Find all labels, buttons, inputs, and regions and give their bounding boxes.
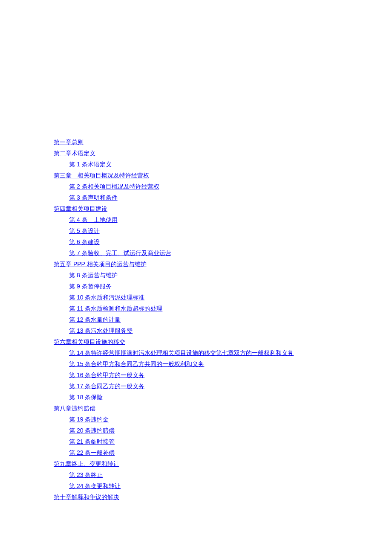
toc-link[interactable]: 第 18 条保险 [69,394,103,401]
toc-link[interactable]: 第 17 条合同乙方的一般义务 [69,383,144,389]
toc-link[interactable]: 第四章相关项目建设 [54,205,107,212]
toc-link[interactable]: 第 9 条暂停服务 [69,283,112,290]
toc-row: 第二章术语定义 [54,148,392,159]
toc-link[interactable]: 第 12 条水量的计量 [69,316,121,323]
toc-link[interactable]: 第 2 条相关项目概况及特许经营权 [69,183,159,190]
toc-link[interactable]: 第 16 条合约甲方的一般义务 [69,372,144,378]
toc-link[interactable]: 第 21 条临时接管 [69,438,115,445]
toc-link[interactable]: 第 24 条变更和转让 [69,482,121,489]
toc-link-trailing[interactable]: 第七章双方的一般权利和义务 [216,349,294,356]
toc-link[interactable]: 第 6 条建设 [69,238,100,245]
toc-link[interactable]: 第 8 条运营与维护 [69,272,118,279]
toc-row: 第 14 条特许经营期期满时污水处理相关项目设施的移交第七章双方的一般权利和义务 [54,347,392,358]
toc-row: 第 2 条相关项目概况及特许经营权 [54,181,392,192]
toc-link[interactable]: 第 10 条水质和污泥处理标准 [69,294,144,301]
toc-row: 第十章解释和争议的解决 [54,491,392,503]
toc-row: 第 13 条污水处理服务费 [54,325,392,336]
toc-link[interactable]: 第五章 PPP 相关项目的运营与维护 [54,261,147,267]
toc-row: 第 22 条一般补偿 [54,447,392,458]
toc-row: 第五章 PPP 相关项目的运营与维护 [54,259,392,270]
toc-row: 第 23 条终止 [54,469,392,480]
toc-row: 第四章相关项目建设 [54,203,392,214]
toc-link[interactable]: 第 19 条违约金 [69,416,109,423]
toc-row: 第 5 条设计 [54,225,392,236]
toc-link[interactable]: 第 14 条特许经营期期满时污水处理相关项目设施的移交 [69,349,216,356]
toc-link[interactable]: 第 13 条污水处理服务费 [69,327,133,334]
toc-row: 第 4 条 土地使用 [54,214,392,225]
toc-row: 第 8 条运营与维护 [54,270,392,281]
toc-row: 第三章 相关项目概况及特许经营权 [54,170,392,181]
toc-row: 第八章违约赔偿 [54,403,392,414]
toc-row: 第六章相关项目设施的移交 [54,336,392,347]
toc-row: 第 6 条建设 [54,236,392,247]
toc-row: 第 15 条合约甲方和合同乙方共同的一般权利和义务 [54,358,392,369]
toc-link[interactable]: 第 5 条设计 [69,227,100,234]
toc-link[interactable]: 第 3 条声明和条件 [69,194,118,201]
toc-link[interactable]: 第 1 条术语定义 [69,161,112,168]
toc-row: 第 19 条违约金 [54,414,392,425]
toc-link[interactable]: 第三章 相关项目概况及特许经营权 [54,172,149,179]
toc-row: 第九章终止、变更和转让 [54,458,392,469]
toc-row: 第 20 条违约赔偿 [54,425,392,436]
toc-row: 第 9 条暂停服务 [54,281,392,292]
toc-link[interactable]: 第十章解释和争议的解决 [54,494,119,500]
toc-link[interactable]: 第六章相关项目设施的移交 [54,338,125,345]
toc-row: 第 12 条水量的计量 [54,314,392,325]
toc-link[interactable]: 第 15 条合约甲方和合同乙方共同的一般权利和义务 [69,360,204,367]
toc-row: 第 18 条保险 [54,392,392,403]
toc-row: 第 24 条变更和转让 [54,480,392,491]
toc-row: 第一章总则 [54,137,392,148]
toc-link[interactable]: 第二章术语定义 [54,150,95,157]
toc-link[interactable]: 第 23 条终止 [69,471,103,478]
toc-link[interactable]: 第 11 条水质检测和水质超标的处理 [69,305,162,312]
toc-row: 第 10 条水质和污泥处理标准 [54,292,392,303]
toc-row: 第 7 条验收、完工、试运行及商业运营 [54,247,392,259]
toc-link[interactable]: 第 4 条 土地使用 [69,216,118,223]
toc-row: 第 1 条术语定义 [54,159,392,170]
toc-row: 第 17 条合同乙方的一般义务 [54,381,392,392]
toc-row: 第 21 条临时接管 [54,436,392,447]
table-of-contents: 第一章总则第二章术语定义第 1 条术语定义第三章 相关项目概况及特许经营权第 2… [54,137,392,503]
toc-link[interactable]: 第八章违约赔偿 [54,405,95,412]
toc-link[interactable]: 第 7 条验收、完工、试运行及商业运营 [69,250,171,256]
toc-link[interactable]: 第一章总则 [54,139,84,145]
toc-link[interactable]: 第 20 条违约赔偿 [69,427,115,434]
toc-row: 第 11 条水质检测和水质超标的处理 [54,303,392,314]
toc-link[interactable]: 第 22 条一般补偿 [69,449,115,456]
toc-row: 第 3 条声明和条件 [54,192,392,203]
toc-row: 第 16 条合约甲方的一般义务 [54,369,392,381]
toc-link[interactable]: 第九章终止、变更和转让 [54,460,119,467]
